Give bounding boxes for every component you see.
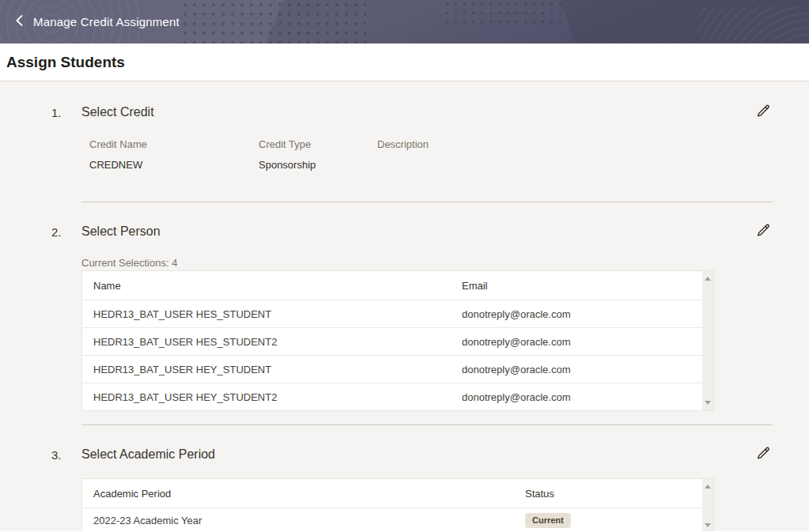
page-title: Assign Students — [6, 54, 125, 71]
scroll-down-arrow-icon[interactable] — [705, 401, 711, 405]
scroll-up-arrow-icon[interactable] — [705, 277, 711, 281]
section-title-select-person: Select Person — [81, 224, 754, 239]
academic-period-table: Academic Period Status 2022-23 Academic … — [81, 478, 714, 531]
person-name-cell: HEDR13_BAT_USER HES_STUDENT2 — [82, 336, 462, 348]
pencil-icon — [756, 446, 771, 463]
page-header: Assign Students — [0, 43, 809, 81]
section-number: 3. — [51, 448, 81, 462]
banner-title: Manage Credit Assignment — [33, 15, 180, 28]
section-number: 1. — [51, 106, 81, 119]
person-table: Name Email HEDR13_BAT_USER HES_STUDENT d… — [81, 270, 714, 411]
academic-period-table-scrollbar[interactable] — [702, 478, 714, 531]
person-email-cell: donotreply@oracle.com — [462, 308, 702, 320]
wizard-content: 1. Select Credit Credit Name CREDNEW Cre… — [0, 81, 809, 531]
academic-period-table-header: Academic Period Status — [82, 479, 702, 507]
banner-rings-decoration-right — [698, 6, 809, 43]
column-header-name: Name — [82, 280, 462, 292]
person-email-cell: donotreply@oracle.com — [462, 391, 702, 403]
edit-credit-button[interactable] — [754, 103, 773, 122]
section-select-person: 2. Select Person Current Selections: 4 N… — [51, 222, 773, 411]
credit-name-label: Credit Name — [89, 138, 259, 150]
table-row[interactable]: HEDR13_BAT_USER HES_STUDENT donotreply@o… — [82, 300, 702, 327]
section-number: 2. — [51, 225, 81, 239]
status-badge: Current — [525, 513, 571, 528]
person-table-header: Name Email — [82, 271, 702, 300]
credit-name-value: CREDNEW — [89, 159, 259, 171]
person-email-cell: donotreply@oracle.com — [462, 336, 702, 348]
table-row[interactable]: HEDR13_BAT_USER HES_STUDENT2 donotreply@… — [82, 327, 702, 355]
section-title-select-academic-period: Select Academic Period — [81, 447, 754, 462]
section-divider — [81, 202, 773, 202]
table-row[interactable]: 2022-23 Academic Year Current — [82, 507, 702, 531]
table-row[interactable]: HEDR13_BAT_USER HEY_STUDENT donotreply@o… — [82, 355, 702, 383]
credit-type-value: Sponsorship — [259, 159, 377, 171]
person-name-cell: HEDR13_BAT_USER HEY_STUDENT2 — [82, 391, 462, 403]
person-name-cell: HEDR13_BAT_USER HES_STUDENT — [82, 308, 462, 320]
back-button[interactable] — [10, 13, 28, 31]
section-select-credit: 1. Select Credit Credit Name CREDNEW Cre… — [51, 103, 773, 171]
scroll-up-arrow-icon[interactable] — [705, 485, 711, 489]
scroll-down-arrow-icon[interactable] — [705, 523, 711, 527]
person-email-cell: donotreply@oracle.com — [462, 364, 702, 375]
current-selections-summary: Current Selections: 4 — [81, 257, 773, 269]
description-label: Description — [377, 138, 773, 150]
banner-dots-decoration-b — [443, 0, 561, 24]
column-header-email: Email — [462, 280, 702, 292]
section-title-select-credit: Select Credit — [81, 105, 754, 119]
pencil-icon — [756, 104, 771, 121]
banner-dots-decoration-a — [180, 0, 366, 43]
section-select-academic-period: 3. Select Academic Period Academic Perio… — [51, 445, 773, 531]
table-row[interactable]: HEDR13_BAT_USER HEY_STUDENT2 donotreply@… — [82, 383, 702, 410]
section-divider — [81, 424, 773, 425]
column-header-academic-period: Academic Period — [82, 488, 525, 500]
pencil-icon — [756, 223, 771, 240]
description-value — [377, 159, 773, 171]
column-header-status: Status — [525, 488, 702, 500]
person-table-scrollbar[interactable] — [702, 270, 714, 411]
top-banner: Manage Credit Assignment — [0, 0, 809, 43]
chevron-left-icon — [15, 14, 24, 29]
edit-person-button[interactable] — [754, 222, 773, 241]
person-name-cell: HEDR13_BAT_USER HEY_STUDENT — [82, 364, 462, 375]
edit-academic-period-button[interactable] — [754, 445, 773, 464]
academic-period-cell: 2022-23 Academic Year — [82, 515, 525, 526]
credit-type-label: Credit Type — [259, 138, 377, 150]
